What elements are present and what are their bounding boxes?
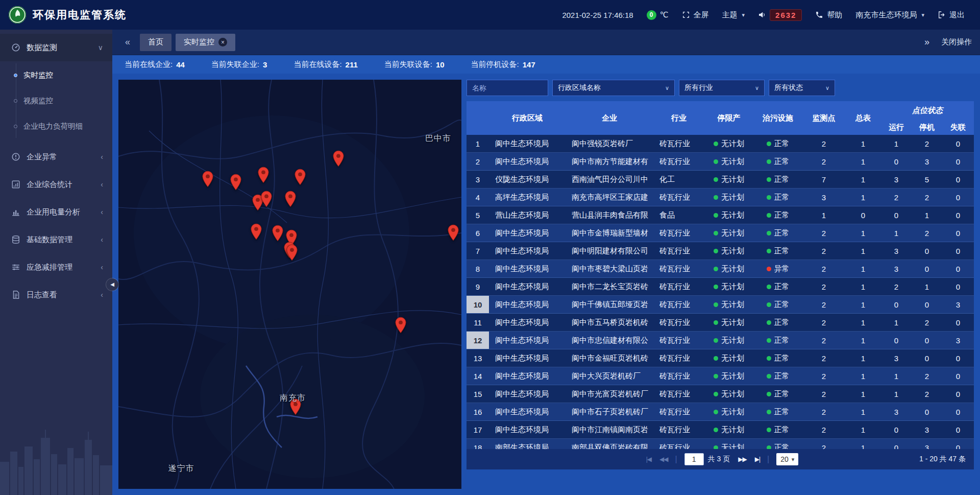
- cell-offline: 0: [942, 367, 974, 385]
- cell-facility: 正常: [753, 278, 802, 295]
- table-row[interactable]: 5营山生态环境局营山县润丰肉食品有限食品无计划正常10010: [467, 206, 974, 224]
- stats-icon: [11, 180, 20, 189]
- table-row[interactable]: 2阆中生态环境局阆中市南方节能建材有砖瓦行业无计划正常21030: [467, 153, 974, 171]
- table-row[interactable]: 13阆中生态环境局阆中市金福旺页岩机砖砖瓦行业无计划正常21300: [467, 349, 974, 367]
- row-index: 5: [467, 206, 489, 224]
- region-filter-select[interactable]: 行政区域名称 ∨: [552, 80, 675, 96]
- cell-company: 西南油气田分公司川中: [566, 171, 653, 188]
- table-row[interactable]: 11阆中生态环境局阆中市五马桥页岩机砖砖瓦行业无计划正常21120: [467, 314, 974, 332]
- sidebar-item-log-view[interactable]: 日志查看‹: [0, 281, 112, 309]
- col-limit[interactable]: 停限产: [704, 101, 753, 135]
- scroll-tabs-left-icon[interactable]: «: [120, 37, 135, 48]
- table-row[interactable]: 17阆中生态环境局阆中市江南镇阆南页岩砖瓦行业无计划正常21030: [467, 421, 974, 439]
- table-row[interactable]: 15阆中生态环境局阆中市光富页岩机砖厂砖瓦行业无计划正常21120: [467, 385, 974, 403]
- name-filter-input[interactable]: [467, 80, 548, 96]
- table-row[interactable]: 9阆中生态环境局阆中市二龙长宝页岩砖砖瓦行业无计划正常21210: [467, 278, 974, 296]
- map-pin[interactable]: [295, 169, 306, 185]
- cell-region: 高坪生态环境局: [489, 188, 566, 206]
- table-row[interactable]: 4高坪生态环境局南充市高坪区王家店建砖瓦行业无计划正常31220: [467, 188, 974, 206]
- page-size-select[interactable]: 20 ▾: [776, 453, 798, 465]
- sidebar-item-base-data-management[interactable]: 基础数据管理‹: [0, 226, 112, 253]
- sidebar-item-realtime-monitor[interactable]: 实时监控: [0, 62, 112, 88]
- map-pin[interactable]: [447, 224, 459, 241]
- table-row[interactable]: 10阆中生态环境局阆中千佛镇五郎垭页岩砖瓦行业无计划正常21003: [467, 296, 974, 314]
- map-pin[interactable]: [257, 167, 269, 183]
- last-page-button[interactable]: ▶|: [755, 456, 760, 463]
- stat-item: 当前在线企业:44: [125, 60, 185, 69]
- scroll-tabs-right-icon[interactable]: »: [920, 37, 934, 48]
- table-row[interactable]: 3仪陇生态环境局西南油气田分公司川中化工无计划正常71350: [467, 171, 974, 188]
- theme-dropdown[interactable]: 主题 ▾: [722, 10, 745, 20]
- col-company[interactable]: 企业: [566, 101, 653, 135]
- col-running[interactable]: 运行: [881, 120, 912, 135]
- org-dropdown[interactable]: 南充市生态环境局 ▾: [855, 10, 924, 20]
- map-pin[interactable]: [230, 174, 241, 191]
- sidebar-item-video-monitor[interactable]: 视频监控: [0, 88, 112, 113]
- page-input[interactable]: [684, 453, 704, 465]
- sidebar-item-data-monitoring[interactable]: 数据监测∨: [0, 34, 112, 61]
- cell-limit: 无计划: [704, 153, 753, 170]
- sidebar-item-emergency-reduction[interactable]: 应急减排管理‹: [0, 253, 112, 281]
- table-row[interactable]: 14阆中生态环境局阆中大兴页岩机砖厂砖瓦行业无计划正常21120: [467, 367, 974, 385]
- table-row[interactable]: 8阆中生态环境局阆中市枣碧大梁山页岩砖瓦行业无计划异常21300: [467, 260, 974, 278]
- header-right: 2021-02-25 17:46:18 0 ℃ 全屏 主题 ▾ 2632 帮助 …: [562, 9, 965, 21]
- cell-running: 0: [881, 439, 912, 449]
- map-pin[interactable]: [251, 223, 262, 240]
- table-row[interactable]: 18南部生态环境局南部县双佛页岩砖有限砖瓦行业无计划正常21030: [467, 439, 974, 449]
- datetime-display: 2021-02-25 17:46:18: [562, 11, 633, 19]
- table-row[interactable]: 1阆中生态环境局阆中强锐页岩砖厂砖瓦行业无计划正常21120: [467, 135, 974, 153]
- cell-company: 阆中市忠信建材有限公: [566, 332, 653, 349]
- table-row[interactable]: 6阆中生态环境局阆中市金博瑞新型墙材砖瓦行业无计划正常21120: [467, 224, 974, 242]
- table-row[interactable]: 12阆中生态环境局阆中市忠信建材有限公砖瓦行业无计划正常21003: [467, 332, 974, 349]
- map-pin[interactable]: [286, 244, 298, 261]
- status-filter-select[interactable]: 所有状态 ∨: [769, 80, 835, 96]
- table-row[interactable]: 16阆中生态环境局阆中市石子页岩机砖厂砖瓦行业无计划正常21300: [467, 403, 974, 421]
- map-pin[interactable]: [272, 225, 283, 242]
- col-meters[interactable]: 总表: [845, 101, 881, 135]
- cell-stopped: 3: [912, 153, 942, 170]
- cell-region: 阆中生态环境局: [489, 242, 566, 260]
- col-facility[interactable]: 治污设施: [753, 101, 802, 135]
- sidebar-item-enterprise-statistics[interactable]: 企业综合统计‹: [0, 171, 112, 198]
- col-industry[interactable]: 行业: [653, 101, 704, 135]
- collapse-sidebar-button[interactable]: ◀: [106, 278, 118, 291]
- map-pin[interactable]: [202, 171, 214, 187]
- sidebar-item-enterprise-abnormal[interactable]: 企业异常‹: [0, 143, 112, 171]
- next-page-button[interactable]: ▶▶: [738, 456, 746, 463]
- tab-close-icon[interactable]: ×: [218, 38, 227, 46]
- cell-region: 阆中生态环境局: [489, 332, 566, 349]
- notification-area[interactable]: 2632: [758, 9, 802, 21]
- logout-button[interactable]: 退出: [938, 10, 965, 20]
- col-region[interactable]: 行政区域: [489, 101, 566, 135]
- status-dot-icon: [767, 142, 771, 146]
- cell-industry: 砖瓦行业: [653, 153, 704, 170]
- table-row[interactable]: 7阆中生态环境局阆中明阳建材有限公司砖瓦行业无计划正常21300: [467, 242, 974, 260]
- col-points[interactable]: 监测点: [802, 101, 845, 135]
- cell-industry: 砖瓦行业: [653, 421, 704, 438]
- prev-page-button[interactable]: ◀◀: [659, 456, 668, 463]
- cell-industry: 砖瓦行业: [653, 296, 704, 313]
- cell-points: 7: [802, 171, 845, 188]
- map-city-label: 巴中市: [425, 133, 451, 144]
- fullscreen-button[interactable]: 全屏: [682, 10, 709, 20]
- cell-offline: 0: [942, 421, 974, 438]
- col-stopped[interactable]: 停机: [912, 120, 942, 135]
- map-pin[interactable]: [395, 317, 407, 334]
- first-page-button[interactable]: |◀: [646, 456, 651, 463]
- status-dot-icon: [767, 267, 771, 271]
- map-pin[interactable]: [333, 150, 345, 167]
- cell-stopped: 3: [912, 421, 942, 438]
- help-button[interactable]: 帮助: [815, 10, 842, 20]
- map-pin[interactable]: [260, 191, 272, 207]
- map-panel[interactable]: 巴中市南充市遂宁市: [118, 80, 461, 489]
- cell-offline: 0: [942, 135, 974, 152]
- map-pin[interactable]: [284, 191, 296, 207]
- industry-filter-select[interactable]: 所有行业 ∨: [679, 80, 765, 96]
- tab-realtime[interactable]: 实时监控×: [176, 34, 235, 51]
- col-offline[interactable]: 失联: [942, 120, 974, 135]
- close-operations-button[interactable]: 关闭操作: [941, 37, 972, 47]
- sidebar-item-power-load-detail[interactable]: 企业电力负荷明细: [0, 113, 112, 139]
- chevron-left-icon: ‹: [101, 263, 103, 271]
- sidebar-item-power-usage-analysis[interactable]: 企业用电量分析‹: [0, 198, 112, 226]
- tab-home[interactable]: 首页: [140, 34, 172, 51]
